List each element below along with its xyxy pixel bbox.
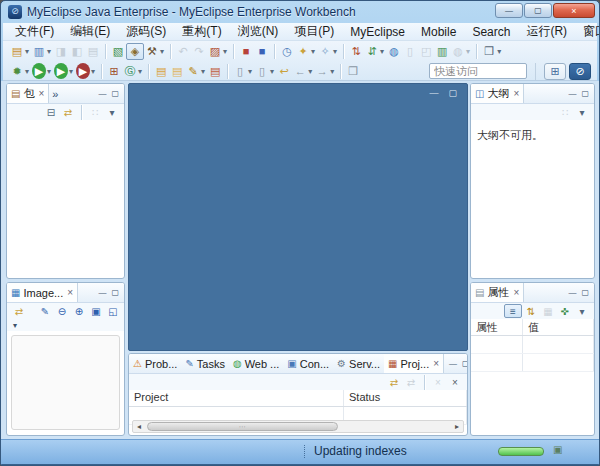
scroll-arrows-button[interactable]: ⇄ [403, 375, 419, 389]
tab-tasks[interactable]: ✎ Tasks [181, 354, 229, 373]
pin-button[interactable]: ✜ [557, 304, 573, 318]
menu-item[interactable]: Mobile [413, 25, 464, 39]
actual-size-button[interactable]: ▣ [88, 304, 104, 318]
redo-button[interactable]: ↷ [191, 43, 207, 60]
capture-toggle-button[interactable]: ◈ [126, 43, 144, 60]
column-property[interactable]: 属性 [471, 319, 523, 335]
build-all-button[interactable]: ⚒ [144, 43, 166, 60]
minimize-editor-button[interactable]: — [429, 88, 438, 98]
new-user-button[interactable]: ✦ [295, 43, 317, 60]
close-icon[interactable]: × [67, 287, 73, 298]
view-menu-button[interactable]: ▾ [574, 304, 590, 318]
view-menu-button[interactable]: ▾ [13, 321, 17, 330]
close-icon[interactable]: × [38, 88, 44, 99]
close-icon[interactable]: × [513, 88, 519, 99]
schedule-button[interactable]: ◷ [279, 43, 295, 60]
menu-item[interactable]: 编辑(E) [62, 23, 118, 40]
myeclipse-perspective-button[interactable]: ⊘ [569, 63, 591, 80]
scroll-left-icon[interactable]: ◂ [133, 422, 145, 431]
tab-web-browser[interactable]: ◍ Web ... [229, 354, 283, 373]
collapse-all-button[interactable]: ⊟ [43, 105, 59, 119]
undo-button[interactable]: ↶ [175, 43, 191, 60]
edit-image-button[interactable]: ✎ [37, 304, 53, 318]
refresh-g-button[interactable]: Ⓖ [122, 63, 144, 80]
tab-servers[interactable]: ⚙ Serv... [333, 354, 384, 373]
maximize-view-button[interactable]: ▢ [581, 288, 589, 297]
close-icon[interactable]: × [433, 358, 439, 369]
zoom-in-button[interactable]: ⊕ [71, 304, 87, 318]
maximize-button[interactable]: ▢ [524, 3, 552, 18]
forward-button[interactable]: → [314, 63, 336, 80]
run-button[interactable]: ▶ [31, 63, 53, 80]
next-annotation-button[interactable]: ▯ [232, 63, 254, 80]
close-icon[interactable]: × [513, 287, 519, 298]
report-button[interactable]: ▥ [434, 43, 450, 60]
derby-button[interactable]: ◰ [418, 43, 434, 60]
column-value[interactable]: 值 [523, 319, 594, 335]
prev-annotation-button[interactable]: ▯ [254, 63, 276, 80]
last-edit-location-button[interactable]: ↩ [276, 63, 292, 80]
remove-all-button[interactable]: × [447, 375, 463, 389]
maximize-view-button[interactable]: ▢ [581, 89, 589, 98]
menu-item[interactable]: MyEclipse [342, 25, 413, 39]
menu-item[interactable]: 项目(P) [286, 23, 342, 40]
column-project[interactable]: Project [129, 390, 344, 406]
zoom-out-button[interactable]: ⊖ [54, 304, 70, 318]
minimize-view-button[interactable]: — [568, 89, 576, 98]
minimize-button[interactable]: — [495, 3, 523, 18]
new-server-button[interactable]: ▨ [207, 43, 229, 60]
menu-item[interactable]: 重构(T) [174, 23, 229, 40]
minimize-view-button[interactable]: — [449, 359, 457, 368]
column-status[interactable]: Status [344, 390, 467, 406]
annotate-button[interactable]: ✎ [185, 63, 207, 80]
web-browser-button[interactable]: ◍ [386, 43, 402, 60]
tab-package-explorer[interactable]: ▤ 包 × [7, 84, 49, 103]
menu-item[interactable]: 源码(S) [118, 23, 174, 40]
sort-button[interactable]: ⇅ [523, 304, 539, 318]
tab-overflow-chevron[interactable]: » [49, 88, 61, 100]
screenshot-button[interactable]: ❒ [481, 43, 503, 60]
remove-button[interactable]: × [430, 375, 446, 389]
link-with-editor-button[interactable]: ❒ [345, 63, 361, 80]
open-folder-button[interactable]: ▤ [153, 63, 169, 80]
focus-button[interactable]: ∷ [557, 105, 573, 119]
link-button[interactable]: ⇄ [386, 375, 402, 389]
open-perspective-button[interactable]: ⊞ [544, 63, 566, 80]
fit-window-button[interactable]: ◱ [105, 304, 121, 318]
open-folder-2-button[interactable]: ▤ [169, 63, 185, 80]
hot-folder-button[interactable]: ▤ [207, 63, 223, 80]
deploy-module-button[interactable]: ■ [254, 43, 270, 60]
user-library-button[interactable]: ✧ [317, 43, 339, 60]
globe-button[interactable]: ◍ [450, 43, 472, 60]
menu-item[interactable]: 窗口(W) [575, 23, 600, 40]
sync-commit-button[interactable]: ⇅ [348, 43, 364, 60]
clipboard-button[interactable]: ▯ [402, 43, 418, 60]
restore-defaults-button[interactable]: ▦ [540, 304, 556, 318]
tab-project-status[interactable]: ▦ Proj... × [384, 354, 444, 373]
link-button[interactable]: ⇄ [11, 304, 27, 318]
link-with-editor-button[interactable]: ⇄ [60, 105, 76, 119]
maximize-view-button[interactable]: ▢ [462, 359, 468, 368]
debug-button[interactable]: ✹ [9, 63, 31, 80]
print-button[interactable]: ▤ [85, 43, 101, 60]
profile-button[interactable]: ▶ [75, 63, 97, 80]
view-menu-button[interactable]: ▾ [104, 105, 120, 119]
minimize-view-button[interactable]: — [98, 288, 106, 297]
menu-item[interactable]: Search [464, 25, 518, 39]
back-button[interactable]: ← [292, 63, 314, 80]
maximize-editor-button[interactable]: ▢ [448, 88, 457, 98]
menu-item[interactable]: 浏览(N) [230, 23, 287, 40]
menu-item[interactable]: 运行(R) [518, 23, 575, 40]
new-web-project-button[interactable]: ⊞ [106, 63, 122, 80]
tab-problems[interactable]: ⚠ Prob... [129, 354, 181, 373]
quick-access-input[interactable] [429, 63, 527, 79]
scroll-right-icon[interactable]: ▸ [451, 422, 463, 431]
save-all-button[interactable]: ◧ [69, 43, 85, 60]
tab-outline[interactable]: ◫ 大纲 × [471, 84, 524, 103]
close-button[interactable]: × [553, 3, 595, 18]
view-menu-button[interactable]: ▾ [574, 105, 590, 119]
import-button[interactable]: ▧ [110, 43, 126, 60]
new-wizard-button[interactable]: ▤ [9, 43, 31, 60]
remove-module-button[interactable]: ■ [238, 43, 254, 60]
maximize-view-button[interactable]: ▢ [111, 89, 119, 98]
